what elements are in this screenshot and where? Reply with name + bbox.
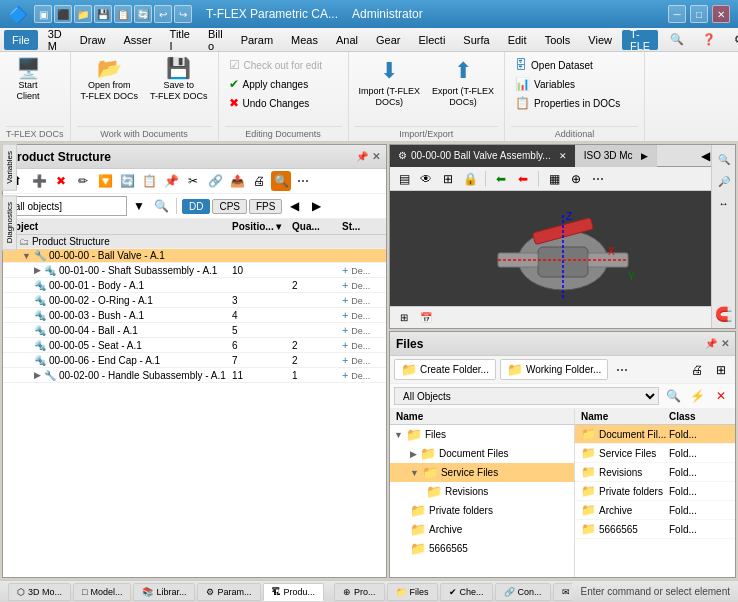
fps-tab[interactable]: FPS [249,199,282,214]
expand-svc-icon[interactable]: ▼ [410,468,419,478]
oring-add[interactable]: + De... [342,294,382,306]
file-row-5666[interactable]: 📁 5666565 Fold... [575,520,735,539]
menu-edit[interactable]: Edit [500,30,535,50]
status-tab-model[interactable]: □ Model... [73,583,131,601]
viewer-tab-iso[interactable]: ISO 3D Mc ▶ [576,145,657,167]
view-bottom-btn2[interactable]: 📅 [416,308,436,328]
view-arr-left[interactable]: ⬅ [491,169,511,189]
files-path-btn[interactable]: 🔍 [663,386,683,406]
shaft-add-icon[interactable]: + [342,264,348,276]
ctrl-btn[interactable]: 🔄 [134,5,152,23]
working-folder-btn[interactable]: 📁 Working Folder... [500,359,608,380]
search-options-btn[interactable]: ▼ [129,196,149,216]
endcap-add-icon[interactable]: + [342,354,348,366]
start-client-btn[interactable]: 🖥️ StartClient [6,56,50,104]
status-tab-con[interactable]: 🔗 Con... [495,583,551,601]
menu-title[interactable]: Title I [162,30,198,50]
open-dataset-btn[interactable]: 🗄 Open Dataset [511,56,624,74]
view-filter-btn[interactable]: ▤ [394,169,414,189]
view-right-btn3[interactable]: ↔ [714,193,734,213]
paste-btn[interactable]: 📌 [161,171,181,191]
filter-btn[interactable]: 🔽 [95,171,115,191]
tree-row-root[interactable]: ▼ 🗂 Product Structure [3,235,386,249]
expand-files-icon[interactable]: ▼ [394,430,403,440]
print-btn[interactable]: 🖨 [249,171,269,191]
ctrl-btn[interactable]: ↩ [154,5,172,23]
tree-row-ballvalve[interactable]: ▼ 🔧 00-00-00 - Ball Valve - A.1 [3,249,386,263]
variables-side-tab[interactable]: Variables [2,144,17,191]
menu-param[interactable]: Param [233,30,281,50]
search-tb-btn[interactable]: 🔍 [271,171,291,191]
menu-tools[interactable]: Tools [537,30,579,50]
view-bottom-btn1[interactable]: ⊞ [394,308,414,328]
tree-row-shaft[interactable]: ▶ 🔩 00-01-00 - Shaft Subassembly - A.1 1… [3,263,386,278]
menu-asser[interactable]: Asser [115,30,159,50]
files-tb-more[interactable]: ⋯ [612,360,632,380]
expand-handle-icon[interactable]: ▶ [34,370,41,380]
expand-shaft-icon[interactable]: ▶ [34,265,41,275]
menu-view[interactable]: View [580,30,620,50]
view-expand-btn[interactable]: ⊕ [566,169,586,189]
status-tab-library[interactable]: 📚 Librar... [133,583,195,601]
view-arr-right[interactable]: ⬅ [513,169,533,189]
endcap-add[interactable]: + De... [342,354,382,366]
bush-add[interactable]: + De... [342,309,382,321]
tree-row-endcap[interactable]: 🔩 00-00-06 - End Cap - A.1 7 2 + De... [3,353,386,368]
status-tab-mail[interactable]: ✉ Mail [553,583,573,601]
refresh-btn[interactable]: 🔄 [117,171,137,191]
shaft-add[interactable]: + De... [342,264,382,276]
diagnostics-side-tab[interactable]: Diagnostics [2,195,17,250]
files-tree-svc[interactable]: ▼ 📁 Service Files [390,463,574,482]
ctrl-btn[interactable]: ↪ [174,5,192,23]
edit-btn[interactable]: ✏ [73,171,93,191]
menu-file[interactable]: File [4,30,38,50]
file-row-docfiles[interactable]: 📁 Document Fil... Fold... [575,425,735,444]
file-row-private[interactable]: 📁 Private folders Fold... [575,482,735,501]
ctrl-btn[interactable]: ⬛ [54,5,72,23]
ball-add-icon[interactable]: + [342,324,348,336]
cut-btn[interactable]: ✂ [183,171,203,191]
menu-meas[interactable]: Meas [283,30,326,50]
pin-icon[interactable]: 📌 [356,151,368,162]
menu-surfa[interactable]: Surfa [455,30,497,50]
files-print-btn[interactable]: 🖨 [687,360,707,380]
open-from-docs-btn[interactable]: 📂 Open fromT-FLEX DOCs [77,56,143,104]
menu-help-icon[interactable]: ❓ [694,30,724,50]
undo-changes-btn[interactable]: ✖ Undo Changes [225,94,326,112]
search-input[interactable] [12,201,92,212]
save-to-docs-btn[interactable]: 💾 Save toT-FLEX DOCs [146,56,212,104]
create-folder-btn[interactable]: 📁 Create Folder... [394,359,496,380]
ball-de[interactable]: De... [351,326,370,336]
file-row-svcfiles[interactable]: 📁 Service Files Fold... [575,444,735,463]
body-add[interactable]: + De... [342,279,382,291]
view-more-btn[interactable]: ⋯ [588,169,608,189]
files-filter2-btn[interactable]: ✕ [711,386,731,406]
tree-row-body[interactable]: 🔩 00-00-01 - Body - A.1 2 + De... [3,278,386,293]
files-tree-root[interactable]: ▼ 📁 Files [390,425,574,444]
menu-3dm[interactable]: 3D M [40,30,70,50]
panel-close-icon[interactable]: ✕ [372,151,380,162]
seat-add-icon[interactable]: + [342,339,348,351]
files-pin-icon[interactable]: 📌 [705,338,717,349]
viewer-tab-iso-close[interactable]: ▶ [641,151,648,161]
files-tree-5666[interactable]: 📁 5666565 [390,539,574,558]
expand-bv-icon[interactable]: ▼ [22,251,31,261]
apply-changes-btn[interactable]: ✔ Apply changes [225,75,326,93]
minimize-btn[interactable]: ─ [668,5,686,23]
files-more-btn[interactable]: ⊞ [711,360,731,380]
more-btn[interactable]: ⋯ [293,171,313,191]
view-eye-btn[interactable]: 👁 [416,169,436,189]
properties-btn[interactable]: 📋 Properties in DOCs [511,94,624,112]
status-tab-3dmodel[interactable]: ⬡ 3D Mo... [8,583,71,601]
menu-elect[interactable]: Electi [410,30,453,50]
tree-row-oring[interactable]: 🔩 00-00-02 - O-Ring - A.1 3 + De... [3,293,386,308]
endcap-de[interactable]: De... [351,356,370,366]
tree-row-ball[interactable]: 🔩 00-00-04 - Ball - A.1 5 + De... [3,323,386,338]
search-go-btn[interactable]: 🔍 [151,196,171,216]
ball-add[interactable]: + De... [342,324,382,336]
copy-btn[interactable]: 📋 [139,171,159,191]
menu-draw[interactable]: Draw [72,30,114,50]
files-tree-doc[interactable]: ▶ 📁 Document Files [390,444,574,463]
status-tab-che[interactable]: ✔ Che... [440,583,493,601]
delete-btn[interactable]: ✖ [51,171,71,191]
